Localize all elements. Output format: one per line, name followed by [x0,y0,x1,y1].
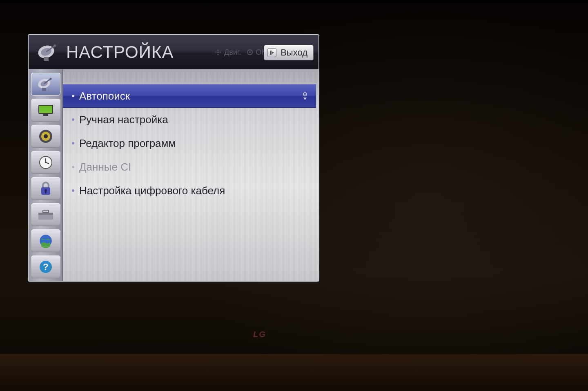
dpad-icon [214,49,222,56]
help-icon: ? [38,260,53,274]
dish-icon [37,76,55,92]
svg-point-3 [53,44,56,47]
menu-item-ci-data: Данные CI [63,155,318,179]
page-title: НАСТРОЙКА [66,42,174,62]
menu-item-label: Настройка цифрового кабеля [79,184,225,197]
sidebar-item-picture[interactable] [31,99,60,122]
toolbox-icon [37,209,54,221]
svg-marker-8 [220,51,221,53]
bullet-icon [72,189,74,192]
osd-body: ? Автопоиск Ручная настройка [29,69,318,281]
svg-point-40 [305,94,306,95]
dish-icon [29,35,68,69]
svg-rect-34 [43,210,49,213]
enter-icon [301,91,309,101]
osd-window: НАСТРОЙКА Двиг. OK [28,34,319,282]
menu-item-label: Ручная настройка [79,113,168,126]
svg-point-17 [49,78,51,80]
svg-text:?: ? [43,262,48,272]
svg-rect-18 [42,88,46,91]
sidebar-item-audio[interactable] [31,125,60,148]
menu-item-programme-edit[interactable]: Редактор программ [63,131,318,155]
svg-marker-6 [217,54,219,56]
clock-icon [38,155,53,170]
ok-hint: OK [247,48,266,57]
bullet-icon [72,166,74,168]
ok-dot-icon [247,49,253,56]
sidebar-item-lock[interactable] [31,177,60,200]
menu-item-label: Данные CI [79,161,131,173]
bullet-icon [72,95,74,97]
menu-item-manual-tuning[interactable]: Ручная настройка [63,108,318,131]
floor [0,354,588,391]
svg-marker-5 [217,49,219,51]
speaker-icon [38,129,53,144]
move-hint: Двиг. [214,48,241,57]
bullet-icon [72,118,74,121]
svg-marker-13 [272,51,274,54]
menu-item-autosearch[interactable]: Автопоиск [63,84,316,108]
move-hint-label: Двиг. [224,48,241,57]
sidebar-item-option[interactable] [31,203,60,226]
menu-item-label: Редактор программ [79,137,176,150]
svg-rect-21 [43,114,48,116]
sidebar-item-setup[interactable] [31,73,60,96]
svg-rect-4 [44,57,49,61]
menu-panel: Автопоиск Ручная настройка Редактор прог… [63,69,318,281]
sidebar-item-network[interactable] [31,229,60,252]
svg-marker-41 [303,98,307,100]
lock-icon [39,181,53,196]
svg-rect-20 [39,106,52,113]
svg-marker-7 [215,51,216,53]
osd-header: НАСТРОЙКА Двиг. OK [29,35,318,69]
sidebar-item-support[interactable]: ? [31,255,60,278]
svg-point-9 [217,51,219,53]
svg-point-28 [45,162,46,163]
exit-key-icon [267,48,276,57]
sidebar: ? [29,69,63,281]
monitor-icon [38,104,54,116]
sidebar-item-time[interactable] [31,151,60,174]
exit-label: Выход [281,47,307,58]
svg-rect-12 [270,51,272,55]
bullet-icon [72,142,74,144]
globe-icon [38,233,53,249]
tv-brand-logo: LG [253,330,266,339]
svg-rect-31 [45,191,46,193]
svg-point-24 [44,134,48,138]
menu-item-cable-dtv-setting[interactable]: Настройка цифрового кабеля [63,179,318,202]
menu-item-label: Автопоиск [79,90,130,102]
nav-hints: Двиг. OK [214,35,266,69]
exit-button[interactable]: Выход [264,45,314,60]
svg-point-11 [249,51,251,53]
